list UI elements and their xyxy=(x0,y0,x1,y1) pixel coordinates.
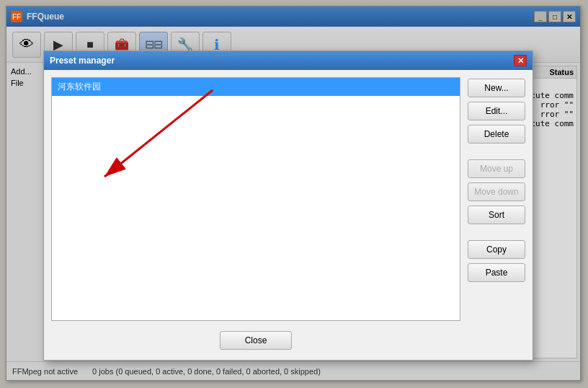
move-up-button[interactable]: Move up xyxy=(468,159,525,178)
preset-list-area: 河东软件园 Close xyxy=(51,77,460,353)
preset-dialog: Preset manager ✕ 河东软件园 Close New... Edit… xyxy=(43,50,533,361)
preset-listbox[interactable]: 河东软件园 xyxy=(51,77,460,321)
dialog-close-icon[interactable]: ✕ xyxy=(514,55,527,66)
new-button[interactable]: New... xyxy=(468,79,525,97)
paste-button[interactable]: Paste xyxy=(468,263,525,282)
delete-button[interactable]: Delete xyxy=(468,125,525,144)
dialog-title: Preset manager xyxy=(50,56,514,66)
sort-button[interactable]: Sort xyxy=(468,206,525,224)
move-down-button[interactable]: Move down xyxy=(468,182,525,201)
edit-button[interactable]: Edit... xyxy=(468,102,525,120)
dialog-buttons: New... Edit... Delete Move up Move down … xyxy=(468,77,525,353)
dialog-body: 河东软件园 Close New... Edit... Delete Move u… xyxy=(44,70,533,360)
copy-button[interactable]: Copy xyxy=(468,240,525,259)
close-button[interactable]: Close xyxy=(220,331,292,350)
dialog-title-bar: Preset manager ✕ xyxy=(44,51,533,70)
preset-item[interactable]: 河东软件园 xyxy=(52,78,460,96)
dialog-close-row: Close xyxy=(51,327,460,353)
